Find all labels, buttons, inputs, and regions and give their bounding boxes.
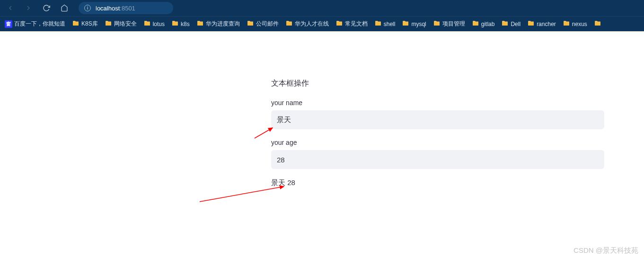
folder-icon <box>563 20 570 28</box>
bookmark-label: nexus <box>572 21 587 27</box>
back-button[interactable] <box>4 1 17 15</box>
bookmark-item[interactable]: 项目管理 <box>431 19 467 29</box>
bookmark-item[interactable]: 窗百度一下，你就知道 <box>3 19 67 29</box>
folder-icon <box>105 20 112 28</box>
bookmark-item[interactable]: shell <box>372 19 397 29</box>
address-bar[interactable]: i localhost:8501 <box>79 2 173 14</box>
bookmark-label: shell <box>384 21 396 27</box>
url-text: localhost:8501 <box>96 5 135 12</box>
divider <box>0 31 644 32</box>
folder-icon <box>171 20 179 28</box>
name-label: your name <box>271 99 604 107</box>
folder-icon <box>501 20 509 28</box>
page-title: 文本框操作 <box>271 79 604 89</box>
bookmark-label: 网络安全 <box>114 20 137 28</box>
bookmark-label: Dell <box>511 21 520 27</box>
bookmark-item[interactable]: K8S库 <box>70 19 100 29</box>
folder-icon <box>472 20 479 28</box>
watermark: CSDN @景天科技苑 <box>573 246 638 255</box>
folder-icon <box>196 20 204 28</box>
bookmark-label: 华为进度查询 <box>206 20 240 28</box>
folder-icon <box>402 20 409 28</box>
bookmark-item[interactable]: Dell <box>499 19 522 29</box>
bookmark-label: 百度一下，你就知道 <box>14 20 65 28</box>
bookmark-label: gitlab <box>481 21 495 27</box>
site-info-icon[interactable]: i <box>84 5 91 11</box>
bookmark-label: mysql <box>411 21 426 27</box>
age-input[interactable] <box>271 150 604 169</box>
bookmark-label: 常见文档 <box>345 20 368 28</box>
forward-button[interactable] <box>22 1 35 15</box>
annotation-arrow-icon <box>199 185 289 204</box>
bookmark-item[interactable]: 网络安全 <box>103 19 139 29</box>
bookmarks-bar: 窗百度一下，你就知道K8S库网络安全lotusk8s华为进度查询公司邮件华为人才… <box>0 16 644 31</box>
folder-icon <box>285 20 293 28</box>
folder-icon <box>527 20 535 28</box>
bookmark-label: 华为人才在线 <box>295 20 329 28</box>
browser-nav-bar: i localhost:8501 <box>0 0 644 16</box>
baidu-icon: 窗 <box>5 20 12 28</box>
bookmark-label: K8S库 <box>81 20 98 28</box>
bookmark-item[interactable]: 常见文档 <box>334 19 370 29</box>
bookmark-label: 项目管理 <box>442 20 465 28</box>
folder-icon <box>72 20 79 28</box>
bookmark-item[interactable]: 华为进度查询 <box>194 19 242 29</box>
bookmark-label: rancher <box>537 21 556 27</box>
bookmark-label: lotus <box>153 21 165 27</box>
folder-icon <box>143 20 151 28</box>
bookmark-label: 公司邮件 <box>256 20 279 28</box>
folder-icon <box>247 20 254 28</box>
folder-icon <box>594 20 601 28</box>
bookmark-item[interactable]: k8s <box>169 19 192 29</box>
name-input[interactable] <box>271 110 604 129</box>
home-button[interactable] <box>58 1 71 15</box>
output-text: 景天 28 <box>271 178 604 187</box>
folder-icon <box>335 20 343 28</box>
bookmark-item[interactable]: lotus <box>141 19 167 29</box>
bookmark-item[interactable] <box>592 19 605 29</box>
svg-line-1 <box>200 187 284 202</box>
bookmark-item[interactable]: gitlab <box>470 19 497 29</box>
bookmark-label: k8s <box>181 21 190 27</box>
bookmark-item[interactable]: 华为人才在线 <box>283 19 331 29</box>
refresh-button[interactable] <box>40 1 53 15</box>
age-label: your age <box>271 139 604 146</box>
bookmark-item[interactable]: rancher <box>525 19 558 29</box>
bookmark-item[interactable]: 公司邮件 <box>245 19 281 29</box>
bookmark-item[interactable]: mysql <box>400 19 428 29</box>
folder-icon <box>374 20 382 28</box>
bookmark-item[interactable]: nexus <box>561 19 589 29</box>
folder-icon <box>433 20 441 28</box>
page-content: 文本框操作 your name your age 景天 28 <box>0 31 644 187</box>
